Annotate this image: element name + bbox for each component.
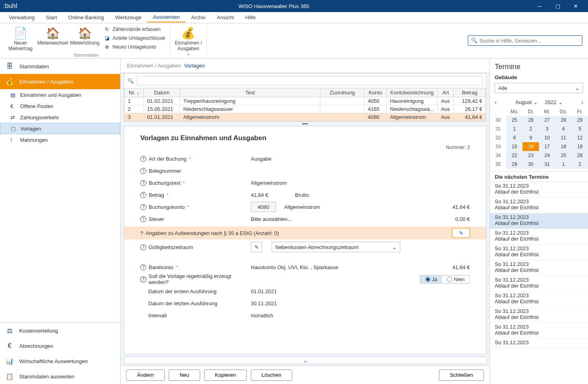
calendar-day[interactable]: 25 [555, 151, 572, 160]
calendar-day[interactable]: 23 [522, 151, 539, 160]
termine-item[interactable]: So 31.12.2023 [490, 339, 588, 348]
menu-item-ansicht[interactable]: Ansicht [211, 13, 240, 22]
calendar-day[interactable]: 26 [572, 151, 588, 160]
menu-item-start[interactable]: Start [40, 13, 62, 22]
steuer-value[interactable]: Bitte auswählen... [251, 216, 292, 222]
month-selector[interactable]: August ⌄ [515, 99, 537, 105]
menu-item-assistenten[interactable]: Assistenten [147, 12, 185, 22]
menu-item-hilfe[interactable]: Hilfe [240, 13, 261, 22]
calendar-day[interactable]: 16 [522, 142, 539, 151]
sidebar-item-kostenverteilung[interactable]: ⚖Kostenverteilung [0, 323, 120, 338]
close-button[interactable]: Schließen [439, 370, 484, 381]
menu-item-werkzeuge[interactable]: Werkzeuge [110, 13, 148, 22]
sidebar-sub-offene-posten[interactable]: €Offene Posten [0, 100, 120, 112]
allocation-key-button[interactable]: ◪Anteile Umlageschlüssel [101, 34, 168, 43]
copy-button[interactable]: Kopieren [204, 370, 247, 381]
sidebar-sub-vorlagen[interactable]: ▢Vorlagen [0, 123, 120, 134]
recurrent-radio[interactable]: JaNein [420, 275, 470, 284]
new-button[interactable]: Neu [169, 370, 200, 381]
column-header[interactable]: Kontobezeichnung [387, 88, 438, 97]
termine-item[interactable]: So 31.12.2023Ablauf der Eichfrist [490, 323, 588, 339]
column-header[interactable]: Art [438, 88, 454, 97]
sidebar-item-stammdaten-auswerten[interactable]: 📋Stammdaten auswerten [0, 369, 120, 384]
calendar-day[interactable]: 1 [506, 125, 523, 133]
calendar-day[interactable]: 15 [506, 142, 523, 151]
calendar-day[interactable]: 11 [555, 133, 572, 142]
termine-item[interactable]: So 31.12.2023Ablauf der Eichfrist [490, 307, 588, 323]
calendar-day[interactable]: 2 [572, 160, 588, 169]
calendar-day[interactable]: 25 [506, 116, 523, 125]
meter-readings-button[interactable]: ↻Zählerstände erfassen [101, 25, 168, 34]
calendar-day[interactable]: 29 [572, 116, 588, 125]
termine-item[interactable]: So 31.12.2023Ablauf der Eichfrist [490, 182, 588, 198]
sidebar-sub-einnahmen-ausgaben[interactable]: ▤Einnahmen und Ausgaben [0, 89, 120, 100]
termine-item[interactable]: So 31.12.2023Ablauf der Eichfrist [490, 198, 588, 213]
help-icon[interactable]: ? [140, 264, 146, 270]
termine-item[interactable]: So 31.12.2023Ablauf der Eichfrist [490, 229, 588, 245]
collapse-bar[interactable]: ⌄ [124, 357, 486, 364]
calendar-day[interactable]: 3 [539, 125, 555, 133]
column-header[interactable]: Datum [144, 88, 180, 97]
menu-item-verwaltung[interactable]: Verwaltung [3, 13, 40, 22]
calendar-day[interactable]: 22 [506, 151, 523, 160]
calendar-day[interactable]: 12 [572, 133, 588, 142]
termine-item[interactable]: So 31.12.2023Ablauf der Eichfrist [490, 276, 588, 292]
sidebar-item-einnahmen[interactable]: 💰Einnahmen / Ausgaben [0, 74, 120, 89]
search-icon[interactable]: 🔍 [127, 78, 134, 84]
maximize-button[interactable]: ▢ [549, 0, 567, 12]
calendar-day[interactable]: 10 [539, 133, 555, 142]
sidebar-item-abrechnungen[interactable]: €Abrechnungen [0, 338, 120, 353]
new-lease-button[interactable]: 📄Neuer Mietvertrag [5, 25, 36, 53]
minimize-button[interactable]: ─ [531, 0, 549, 12]
column-header[interactable]: Konto [365, 88, 387, 97]
table-row[interactable]: 215.05.2021Niederschlagswasser4165Nieder… [125, 105, 486, 113]
gueltigkeit-dropdown[interactable]: Nebenkosten-Abrechnungszeitraum⌄ [272, 242, 400, 252]
calendar-day[interactable]: 18 [555, 142, 572, 151]
calendar-day[interactable]: 27 [539, 116, 555, 125]
splitter[interactable]: ••• [121, 122, 490, 126]
column-header[interactable]: Zuordnung [320, 88, 365, 97]
table-row[interactable]: 301.01.2021Allgemeinstrom4080Allgemeinst… [125, 113, 486, 121]
help-search-input[interactable] [468, 35, 582, 46]
new-allocation-account-button[interactable]: ⊕Neues Umlagekonto [101, 43, 168, 51]
calendar-day[interactable]: 9 [522, 133, 539, 142]
help-icon[interactable]: ? [140, 156, 146, 162]
calendar-day[interactable]: 5 [572, 125, 588, 133]
year-selector[interactable]: 2022 ⌄ [545, 99, 563, 105]
column-header[interactable]: Nr. ↓ [125, 88, 144, 97]
menu-item-online-banking[interactable]: Online-Banking [63, 13, 110, 22]
column-header[interactable]: Text [180, 88, 320, 97]
sidebar-sub-mahnungen[interactable]: !Mahnungen [0, 134, 120, 145]
income-expense-button[interactable]: 💰Einnahmen / Ausgaben⌄ [173, 25, 204, 57]
calendar-day[interactable]: 4 [555, 125, 572, 133]
help-icon[interactable]: ? [140, 276, 146, 282]
help-icon[interactable]: ? [140, 230, 143, 236]
termine-item[interactable]: So 31.12.2023Ablauf der Eichfrist [490, 292, 588, 307]
sidebar-item-stammdaten[interactable]: 🗄Stammdaten [0, 59, 120, 74]
termine-item[interactable]: So 31.12.2023Ablauf der Eichfrist [490, 260, 588, 276]
calendar-day[interactable]: 19 [572, 142, 588, 151]
edit-period-button[interactable]: ✎ [251, 242, 262, 252]
calendar-day[interactable]: 28 [555, 116, 572, 125]
calendar-day[interactable]: 31 [539, 160, 555, 169]
calendar-day[interactable]: 24 [539, 151, 555, 160]
help-icon[interactable]: ? [140, 168, 146, 174]
calendar-day[interactable]: 8 [506, 133, 523, 142]
edit-button[interactable]: ✎ [452, 228, 470, 238]
help-icon[interactable]: ? [140, 244, 146, 250]
help-icon[interactable]: ? [140, 192, 146, 198]
close-button[interactable]: ✕ [567, 0, 585, 12]
konto-value[interactable]: 4080 [251, 202, 276, 212]
sidebar-item-wirtschaftliche[interactable]: 📊Wirtschaftliche Auswertungen [0, 353, 120, 369]
menu-item-archiv[interactable]: Archiv [185, 13, 211, 22]
rent-increase-button[interactable]: 🏠Mieterhöhung [69, 25, 100, 53]
calendar-day[interactable]: 26 [522, 116, 539, 125]
calendar-day[interactable]: 1 [555, 160, 572, 169]
help-icon[interactable]: ? [140, 216, 146, 222]
table-search-input[interactable] [137, 76, 483, 86]
calendar-day[interactable]: 29 [506, 160, 523, 169]
calendar-day[interactable]: 17 [539, 142, 555, 151]
calendar-day[interactable]: 30 [522, 160, 539, 169]
delete-button[interactable]: Löschen [251, 370, 292, 381]
column-header[interactable]: Betrag [454, 88, 486, 97]
